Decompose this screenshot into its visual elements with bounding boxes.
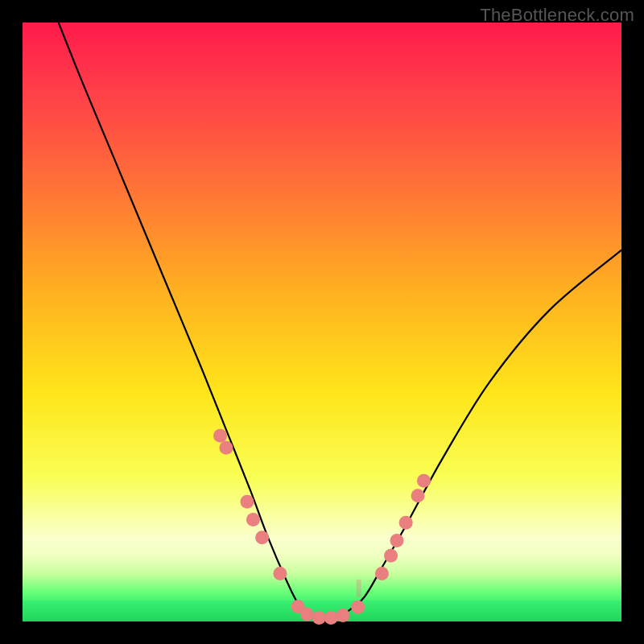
data-marker <box>241 495 254 509</box>
data-marker <box>324 611 338 625</box>
data-marker <box>300 608 314 621</box>
plot-area <box>23 23 621 621</box>
data-marker <box>390 534 404 547</box>
data-marker <box>411 489 425 502</box>
data-marker <box>384 549 398 563</box>
data-marker <box>351 601 365 614</box>
data-marker <box>219 441 233 455</box>
data-marker <box>273 567 287 580</box>
chart-svg <box>23 23 621 621</box>
chart-frame: TheBottleneck.com <box>0 0 644 644</box>
marker-group <box>213 429 431 625</box>
curve-line <box>59 23 621 621</box>
data-marker <box>312 611 326 625</box>
data-marker <box>375 567 389 580</box>
data-marker <box>213 429 227 443</box>
data-marker <box>336 609 350 622</box>
data-marker <box>417 474 431 488</box>
data-marker <box>246 513 260 526</box>
data-marker <box>399 516 413 530</box>
data-marker <box>255 530 269 544</box>
smudge <box>357 580 361 597</box>
